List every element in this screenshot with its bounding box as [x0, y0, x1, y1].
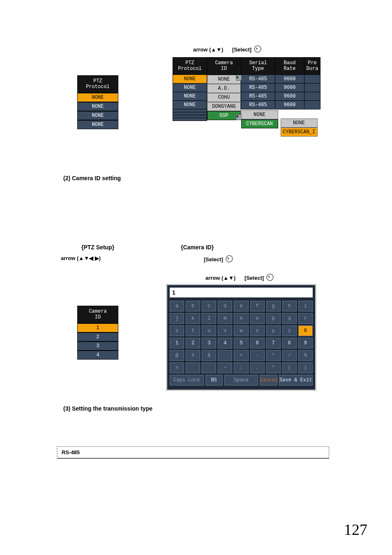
pre-cell[interactable]: [304, 83, 321, 92]
key-capslock[interactable]: Caps Lock: [170, 375, 204, 385]
key-f[interactable]: f: [250, 301, 265, 311]
key-i[interactable]: i: [298, 301, 313, 311]
key-~[interactable]: ~: [218, 362, 232, 373]
key-blank[interactable]: [218, 350, 232, 361]
key-([interactable]: (: [282, 362, 297, 373]
ptz-protocol-mini-row[interactable]: NONE: [77, 120, 118, 129]
key-7[interactable]: 7: [266, 338, 281, 348]
key-2[interactable]: 2: [186, 338, 200, 348]
key-u[interactable]: u: [202, 325, 216, 336]
key-"[interactable]: ": [266, 362, 281, 373]
key-&[interactable]: &: [202, 350, 216, 361]
keyboard-display: 1: [170, 288, 313, 297]
key-p[interactable]: p: [266, 313, 281, 324]
key-w[interactable]: w: [234, 325, 248, 336]
baud-cell[interactable]: 9600: [275, 83, 304, 92]
key-+[interactable]: +: [234, 350, 248, 361]
baud-cell[interactable]: 9600: [275, 74, 304, 83]
key-9[interactable]: 9: [298, 338, 313, 348]
arrow-all-label: arrow (▲▼◀ ▶): [61, 255, 101, 261]
camera-dropdown-item[interactable]: COHU: [207, 93, 241, 102]
pre-cell[interactable]: [304, 100, 321, 109]
key-b[interactable]: b: [186, 301, 200, 311]
key-.[interactable]: .: [250, 362, 265, 373]
pre-cell[interactable]: [304, 92, 321, 100]
key-6[interactable]: 6: [250, 338, 265, 348]
key-3[interactable]: 3: [202, 338, 216, 348]
key-j[interactable]: j: [170, 313, 184, 324]
key-cancel[interactable]: Cancel: [260, 375, 277, 385]
key-)[interactable]: ): [298, 362, 313, 373]
key-@[interactable]: @: [170, 350, 184, 361]
camera-id-mini-row[interactable]: 4: [77, 351, 118, 360]
col-header-baud: Baud Rate: [275, 58, 304, 75]
key-g[interactable]: g: [266, 301, 281, 311]
key-h[interactable]: h: [282, 301, 297, 311]
serial-cell[interactable]: RS-485: [241, 83, 275, 92]
key-=[interactable]: =: [170, 362, 184, 373]
key-backspace[interactable]: BS: [205, 375, 223, 385]
key-k[interactable]: k: [186, 313, 200, 324]
ptz-cell[interactable]: NONE: [173, 74, 207, 83]
key-q[interactable]: q: [282, 313, 297, 324]
scroll-up-icon[interactable]: ▲: [236, 75, 242, 81]
serial-dropdown-item[interactable]: NONE: [241, 110, 278, 119]
baud-cell[interactable]: 9600: [275, 92, 304, 100]
key-v[interactable]: v: [218, 325, 232, 336]
key-l[interactable]: l: [202, 313, 216, 324]
key-m[interactable]: m: [218, 313, 232, 324]
key-a[interactable]: a: [170, 301, 184, 311]
key-o[interactable]: o: [250, 313, 265, 324]
key-e[interactable]: e: [234, 301, 248, 311]
camera-dropdown-item[interactable]: DONGYANG: [207, 102, 241, 111]
camera-id-mini-row[interactable]: 1: [77, 323, 118, 332]
key-4[interactable]: 4: [218, 338, 232, 348]
ptz-cell[interactable]: NONE: [173, 100, 207, 109]
key-d[interactable]: d: [218, 301, 232, 311]
ptz-cell[interactable]: NONE: [173, 92, 207, 100]
serial-cell[interactable]: RS-485: [241, 92, 275, 100]
camera-id-mini-row[interactable]: 3: [77, 341, 118, 351]
key-r[interactable]: r: [298, 313, 313, 324]
empty-cell: [173, 115, 207, 118]
ptz-protocol-mini-row[interactable]: NONE: [77, 93, 118, 102]
key-space[interactable]: Space: [224, 375, 258, 385]
key-:[interactable]: :: [234, 362, 248, 373]
key-y[interactable]: y: [266, 325, 281, 336]
key-save-exit[interactable]: Save & Exit: [279, 375, 313, 385]
select-icon: [254, 45, 261, 53]
baud-dropdown-item[interactable]: NONE: [281, 118, 318, 128]
serial-cell[interactable]: RS-485: [241, 74, 275, 83]
key-5[interactable]: 5: [234, 338, 248, 348]
camera-id-mini-row[interactable]: 2: [77, 332, 118, 341]
key-blank[interactable]: [202, 362, 216, 373]
key-t[interactable]: t: [186, 325, 200, 336]
key-n[interactable]: n: [234, 313, 248, 324]
ptz-protocol-mini-header: PTZ Protocol: [77, 75, 118, 93]
key-c[interactable]: c: [202, 301, 216, 311]
key-/[interactable]: /: [282, 350, 297, 361]
key-x[interactable]: x: [250, 325, 265, 336]
serial-cell[interactable]: RS-485: [241, 100, 275, 109]
key-#[interactable]: #: [186, 350, 200, 361]
ptz-protocol-mini-row[interactable]: NONE: [77, 102, 118, 111]
key-8[interactable]: 8: [282, 338, 297, 348]
baud-cell[interactable]: 9600: [275, 100, 304, 109]
camera-dropdown-item[interactable]: A.D.: [207, 84, 241, 93]
key-s[interactable]: s: [170, 325, 184, 336]
key--[interactable]: -: [250, 350, 265, 361]
nav-arrow-select-1: arrow (▲▼) [Select]: [193, 45, 261, 53]
pre-cell[interactable]: [304, 74, 321, 83]
key-z[interactable]: z: [282, 325, 297, 336]
key-%[interactable]: %: [298, 350, 313, 361]
select-label: [Select]: [244, 275, 264, 281]
ptz-protocol-mini-row[interactable]: NONE: [77, 111, 118, 120]
key-blank[interactable]: [186, 362, 200, 373]
ptz-cell[interactable]: NONE: [173, 83, 207, 92]
key-*[interactable]: *: [266, 350, 281, 361]
empty-cell: [173, 109, 207, 112]
baud-dropdown-item[interactable]: CYBERSCAN_I: [281, 128, 318, 137]
key-1[interactable]: 1: [170, 338, 184, 348]
serial-dropdown-item[interactable]: CYBERSCAN: [241, 119, 278, 128]
key-0[interactable]: 0: [298, 325, 313, 336]
